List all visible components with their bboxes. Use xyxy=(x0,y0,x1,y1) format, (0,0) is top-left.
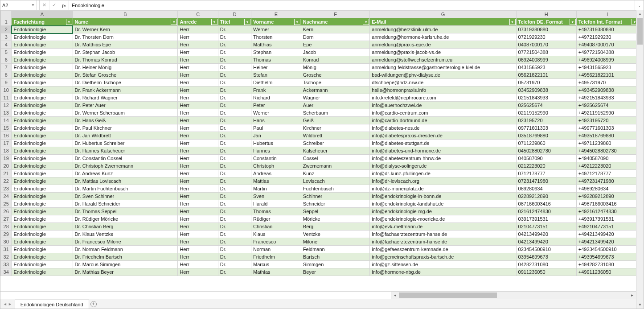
cell[interactable]: 03518769880 xyxy=(516,132,576,140)
cell[interactable]: Dr. xyxy=(218,147,251,155)
cell[interactable]: info.krefeld@nephrocare.com xyxy=(370,94,516,102)
scroll-up-icon[interactable]: ▲ xyxy=(636,10,644,18)
cell[interactable]: Dr. xyxy=(218,253,251,261)
cell[interactable]: Stefan xyxy=(251,71,301,79)
cell[interactable]: Schneider xyxy=(301,200,369,208)
column-header[interactable]: D xyxy=(218,11,251,18)
cell[interactable]: Mattias xyxy=(251,177,301,185)
cell[interactable]: Herr xyxy=(178,56,218,64)
cell[interactable]: Endokrinologie xyxy=(12,41,73,49)
cell[interactable]: Dr. xyxy=(218,33,251,41)
cell[interactable]: +4925625674 xyxy=(576,102,636,109)
cell[interactable]: Herr xyxy=(178,193,218,200)
cell[interactable]: 021612474830 xyxy=(516,208,576,215)
cell[interactable]: Herr xyxy=(178,215,218,223)
row-header[interactable]: 27 xyxy=(1,215,12,223)
cell[interactable]: +4921612474830 xyxy=(576,208,636,215)
cell[interactable]: Dr. Hannes Kalscheuer xyxy=(73,147,178,155)
cell[interactable]: Schreiber xyxy=(301,140,369,147)
cell[interactable]: +4923195720 xyxy=(576,117,636,124)
cell[interactable]: Endokrinologie xyxy=(12,124,73,132)
cell[interactable]: Dr. xyxy=(218,238,251,246)
cell[interactable]: Christian xyxy=(251,223,301,231)
insert-function-button[interactable]: fx xyxy=(59,0,69,10)
cell[interactable]: Dr. xyxy=(218,87,251,94)
row-header[interactable]: 26 xyxy=(1,208,12,215)
cell[interactable]: Herr xyxy=(178,155,218,162)
cell[interactable]: Dr. xyxy=(218,268,251,276)
cell[interactable]: info@auerhochzwei.de xyxy=(370,102,516,109)
cell[interactable]: 0212223020 xyxy=(516,162,576,170)
cell[interactable]: Geiß xyxy=(301,117,369,124)
filter-dropdown-icon[interactable]: ▼ xyxy=(363,19,369,25)
table-header-cell[interactable]: Fachrichtung▼ xyxy=(12,18,73,26)
cell[interactable]: Kalscheuer xyxy=(301,147,369,155)
name-box[interactable]: A2 ▼ xyxy=(0,0,37,10)
cell[interactable]: Mönig xyxy=(301,64,369,71)
cell[interactable]: +49711239860 xyxy=(576,140,636,147)
cell[interactable]: Dr. Harald Schneider xyxy=(73,200,178,208)
cell[interactable]: Herr xyxy=(178,238,218,246)
cell[interactable]: 02151843933 xyxy=(516,94,576,102)
cell[interactable]: info@diabetes-stuttgart.de xyxy=(370,140,516,147)
cell[interactable]: Ventzke xyxy=(301,231,369,238)
cell[interactable]: Dr. Werner Scherbaum xyxy=(73,109,178,117)
row-header[interactable]: 8 xyxy=(1,71,12,79)
cell[interactable]: 04282731080 xyxy=(516,261,576,268)
cell[interactable]: Endokrinologie xyxy=(12,87,73,94)
cell[interactable]: halle@hormonpraxis.info xyxy=(370,87,516,94)
cell[interactable]: Dr. xyxy=(218,79,251,87)
cell[interactable]: Endokrinologie xyxy=(12,215,73,223)
cell[interactable]: Dr. Andreas Kunz xyxy=(73,170,178,177)
cell[interactable]: 0712178777 xyxy=(516,170,576,177)
row-header[interactable]: 5 xyxy=(1,49,12,56)
cell[interactable]: Heiner xyxy=(251,64,301,71)
scroll-left-icon[interactable]: ◄ xyxy=(391,292,399,299)
cell[interactable]: Kirchner xyxy=(301,124,369,132)
cell[interactable]: Matthias xyxy=(251,41,301,49)
cell[interactable]: Herr xyxy=(178,94,218,102)
cell[interactable]: +492119152990 xyxy=(576,109,636,117)
cell[interactable]: Dr. Christian Berg xyxy=(73,223,178,231)
cell[interactable]: info@hormone-nbg.de xyxy=(370,268,516,276)
cell[interactable]: Herr xyxy=(178,208,218,215)
row-header[interactable]: 18 xyxy=(1,147,12,155)
cell[interactable]: Dr. Friedhelm Bartsch xyxy=(73,253,178,261)
column-header[interactable]: H xyxy=(516,11,576,18)
filter-dropdown-icon[interactable]: ▼ xyxy=(570,19,576,25)
cell[interactable]: Herr xyxy=(178,49,218,56)
row-header[interactable]: 16 xyxy=(1,132,12,140)
cell[interactable]: Dr. xyxy=(218,49,251,56)
cell[interactable]: Endokrinologie xyxy=(12,223,73,231)
cell[interactable]: Herr xyxy=(178,246,218,253)
cell[interactable]: Dr. xyxy=(218,208,251,215)
cell[interactable]: Feldmann xyxy=(301,246,369,253)
row-header[interactable]: 1 xyxy=(1,18,12,26)
cell[interactable]: 023195720 xyxy=(516,117,576,124)
cell[interactable]: Endokrinologie xyxy=(12,147,73,155)
cell[interactable]: anmeldung@herzklinik-ulm.de xyxy=(370,26,516,33)
cell[interactable]: info@cardio-centrum.com xyxy=(370,109,516,117)
table-header-cell[interactable]: Vorname▼ xyxy=(251,18,301,26)
cell[interactable]: Herr xyxy=(178,170,218,177)
cell[interactable]: +496924008999 xyxy=(576,56,636,64)
cell[interactable]: Berg xyxy=(301,223,369,231)
cell[interactable]: info@endokrinologie-moericke.de xyxy=(370,215,516,223)
cell[interactable]: anmeldung@hormone-karlsruhe.de xyxy=(370,33,516,41)
cell[interactable]: Herr xyxy=(178,79,218,87)
scroll-right-icon[interactable]: ► xyxy=(628,292,636,299)
row-header[interactable]: 17 xyxy=(1,140,12,147)
cell[interactable]: Herr xyxy=(178,26,218,33)
cell[interactable]: Norman xyxy=(251,246,301,253)
scroll-thumb[interactable] xyxy=(637,18,643,45)
cell[interactable]: info@dr-kunz-pfullingen.de xyxy=(370,170,516,177)
row-header[interactable]: 3 xyxy=(1,33,12,41)
cell[interactable]: Werner xyxy=(251,109,301,117)
cell[interactable]: Dr. xyxy=(218,223,251,231)
cell[interactable]: +495621822101 xyxy=(576,71,636,79)
row-header[interactable]: 11 xyxy=(1,94,12,102)
cell[interactable]: Dr. xyxy=(218,94,251,102)
row-header[interactable]: 2 xyxy=(1,26,12,33)
cell[interactable]: Herr xyxy=(178,140,218,147)
cell[interactable]: Christoph xyxy=(251,162,301,170)
